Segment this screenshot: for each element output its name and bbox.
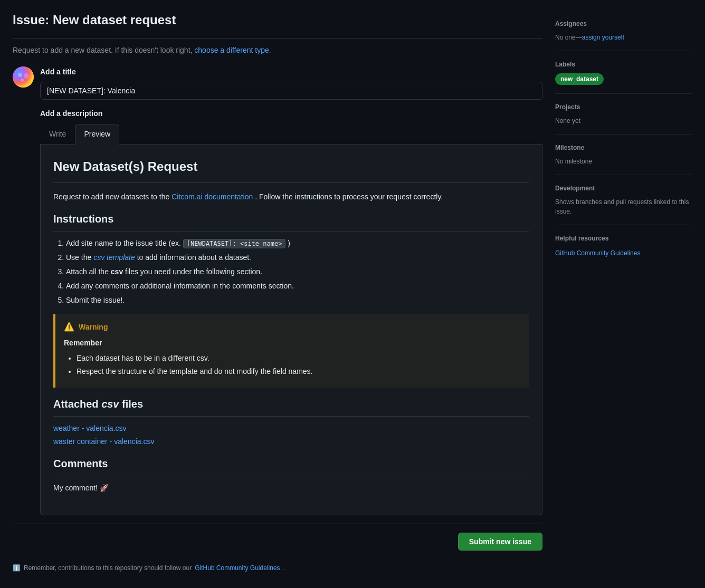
sidebar-helpful-resources: Helpful resources GitHub Community Guide… bbox=[555, 225, 692, 267]
sidebar-milestone: Milestone No milestone bbox=[555, 134, 692, 175]
development-description: Shows branches and pull requests linked … bbox=[555, 197, 692, 216]
assignees-content: No one—assign yourself bbox=[555, 33, 692, 42]
title-input[interactable] bbox=[40, 82, 542, 100]
label-badge[interactable]: new_dataset bbox=[555, 73, 604, 85]
projects-content: None yet bbox=[555, 116, 692, 126]
description-label: Add a description bbox=[40, 108, 542, 119]
preview-content: New Dataset(s) Request Request to add ne… bbox=[53, 157, 529, 494]
warning-header: ⚠️ Warning bbox=[64, 321, 521, 333]
file-link[interactable]: weather - valencia.csv bbox=[53, 423, 529, 434]
attached-files-list: weather - valencia.csv waster container … bbox=[53, 423, 529, 447]
choose-type-link[interactable]: choose a different type. bbox=[194, 46, 271, 54]
issue-subtitle: Request to add a new dataset. If this do… bbox=[13, 45, 542, 56]
tab-preview[interactable]: Preview bbox=[75, 124, 119, 144]
footer-guidelines-link[interactable]: GitHub Community Guidelines bbox=[195, 563, 280, 573]
labels-title: Labels bbox=[555, 60, 692, 69]
tab-write[interactable]: Write bbox=[40, 124, 75, 144]
sidebar: Assignees No one—assign yourself Labels … bbox=[555, 11, 692, 577]
assign-yourself-link[interactable]: assign yourself bbox=[582, 34, 624, 41]
bottom-bar: Submit new issue bbox=[13, 524, 542, 559]
sidebar-labels: Labels new_dataset bbox=[555, 51, 692, 94]
instructions-list: Add site name to the issue title (ex. [N… bbox=[53, 238, 529, 306]
preview-intro: Request to add new datasets to the Citco… bbox=[53, 191, 529, 203]
milestone-title: Milestone bbox=[555, 143, 692, 152]
list-item: Add any comments or additional informati… bbox=[66, 281, 529, 292]
info-icon: ℹ️ bbox=[13, 563, 21, 573]
svg-point-1 bbox=[18, 73, 22, 77]
instructions-heading: Instructions bbox=[53, 211, 529, 232]
helpful-resources-title: Helpful resources bbox=[555, 234, 692, 243]
title-field-label: Add a title bbox=[40, 66, 542, 78]
list-item: Attach all the csv files you need under … bbox=[66, 266, 529, 277]
svg-point-2 bbox=[24, 73, 29, 79]
svg-point-0 bbox=[13, 66, 34, 88]
list-item: Respect the structure of the template an… bbox=[77, 366, 521, 377]
attached-files-heading: Attached csv files bbox=[53, 396, 529, 417]
development-title: Development bbox=[555, 184, 692, 193]
list-item: Use the csv template to add information … bbox=[66, 252, 529, 263]
sidebar-projects: Projects None yet bbox=[555, 94, 692, 134]
code-snippet: [NEWDATASET]: <site_name> bbox=[183, 239, 286, 248]
submit-button[interactable]: Submit new issue bbox=[458, 533, 542, 551]
warning-list: Each dataset has to be in a different cs… bbox=[64, 353, 521, 377]
list-item: Submit the issue!. bbox=[66, 295, 529, 306]
list-item: Each dataset has to be in a different cs… bbox=[77, 353, 521, 364]
preview-main-heading: New Dataset(s) Request bbox=[53, 157, 529, 183]
warning-icon: ⚠️ bbox=[64, 321, 74, 333]
assignees-title: Assignees bbox=[555, 19, 692, 28]
editor-tabs: Write Preview bbox=[40, 123, 542, 144]
csv-template-link[interactable]: csv template bbox=[93, 253, 135, 262]
preview-area: New Dataset(s) Request Request to add ne… bbox=[40, 144, 542, 515]
warning-label: Warning bbox=[79, 322, 108, 333]
avatar bbox=[13, 66, 34, 88]
sidebar-development: Development Shows branches and pull requ… bbox=[555, 175, 692, 225]
sidebar-assignees: Assignees No one—assign yourself bbox=[555, 11, 692, 51]
footer-note: ℹ️ Remember, contributions to this repos… bbox=[13, 559, 542, 577]
svg-point-3 bbox=[21, 79, 24, 82]
issue-form: Add a title Add a description Write Prev… bbox=[40, 66, 542, 515]
page-title: Issue: New dataset request bbox=[13, 11, 542, 38]
comment-text: My comment! 🚀 bbox=[53, 483, 529, 494]
comments-heading: Comments bbox=[53, 456, 529, 476]
citcom-link[interactable]: Citcom.ai documentation bbox=[172, 192, 253, 201]
list-item: Add site name to the issue title (ex. [N… bbox=[66, 238, 529, 249]
file-link[interactable]: waster container - valencia.csv bbox=[53, 436, 529, 447]
main-content: Issue: New dataset request Request to ad… bbox=[13, 11, 542, 577]
projects-title: Projects bbox=[555, 102, 692, 112]
milestone-content: No milestone bbox=[555, 157, 692, 166]
warning-block: ⚠️ Warning Remember Each dataset has to … bbox=[53, 314, 529, 388]
github-guidelines-link[interactable]: GitHub Community Guidelines bbox=[555, 249, 640, 257]
remember-label: Remember bbox=[64, 338, 521, 349]
